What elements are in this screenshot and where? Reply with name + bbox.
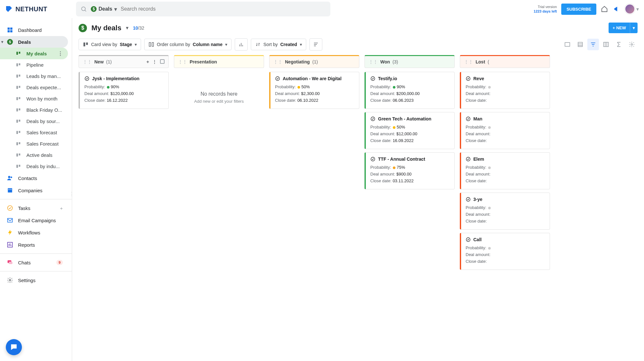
more-icon[interactable]: ⋮: [152, 59, 157, 64]
subscribe-button[interactable]: SUBSCRIBE: [561, 4, 596, 15]
gear-icon: [6, 277, 14, 283]
sort-direction[interactable]: [309, 38, 322, 51]
amount-value: $120,000.00: [110, 91, 134, 96]
deal-card[interactable]: Jysk - ImplementationProbability: 90%Dea…: [79, 72, 169, 109]
chevron-down-icon: ▾: [300, 42, 302, 47]
amount-field: Deal amount: $120,000.00: [84, 91, 164, 96]
deal-card[interactable]: Testify.ioProbability: 90%Deal amount: $…: [365, 72, 455, 109]
sidebar-view-item[interactable]: Active deals: [0, 149, 68, 161]
svg-point-70: [466, 157, 470, 161]
column-header[interactable]: ⋮⋮Negotiating (1): [269, 55, 359, 68]
nav-dashboard[interactable]: Dashboard: [0, 24, 68, 36]
chat-fab[interactable]: [6, 339, 22, 355]
deal-card[interactable]: ReveProbability: Deal amount: Close date…: [460, 72, 550, 109]
grip-icon[interactable]: ⋮⋮: [369, 59, 378, 64]
svg-rect-42: [83, 43, 85, 46]
trial-version-label: Trial version: [534, 5, 557, 9]
column-header[interactable]: ⋮⋮New (1)+⋮: [79, 55, 169, 68]
sidebar-view-item[interactable]: Pipeline: [0, 59, 68, 71]
chevron-down-icon[interactable]: ▾: [126, 25, 128, 31]
view-list-icon[interactable]: [574, 39, 586, 50]
order-column-selector[interactable]: Order column by Column name ▾: [144, 39, 232, 50]
svg-rect-30: [8, 188, 12, 192]
new-button-dropdown[interactable]: ▾: [630, 23, 638, 33]
nav-label: Contacts: [18, 176, 37, 181]
kanban-column: ⋮⋮New (1)+⋮Jysk - ImplementationProbabil…: [79, 55, 169, 356]
trial-info[interactable]: Trial version 1223 days left: [534, 5, 557, 14]
sidebar-view-item[interactable]: Black Friday O...: [0, 104, 68, 116]
deal-title: Automation - We are Digital: [283, 76, 342, 81]
checkbox-icon[interactable]: [160, 59, 165, 64]
deal-card[interactable]: CallProbability: Deal amount: Close date…: [460, 233, 550, 270]
count-total: /32: [138, 25, 144, 31]
column-header[interactable]: ⋮⋮Presentation: [174, 55, 264, 68]
check-circle-icon: [370, 76, 375, 81]
grip-icon[interactable]: ⋮⋮: [83, 59, 92, 64]
svg-rect-31: [9, 189, 9, 190]
svg-rect-5: [10, 30, 13, 33]
deal-card[interactable]: 3-yeProbability: Deal amount: Close date…: [460, 193, 550, 230]
columns-settings-icon[interactable]: [600, 39, 612, 50]
sort-value: Created: [280, 42, 297, 47]
sidebar-view-item[interactable]: Deals by indu...: [0, 161, 68, 172]
svg-rect-52: [565, 43, 570, 46]
search-input[interactable]: [121, 6, 326, 12]
sidebar-resize-handle[interactable]: ⋮: [71, 190, 72, 199]
deal-card[interactable]: ElemProbability: Deal amount: Close date…: [460, 152, 550, 189]
sort-icon: [255, 42, 261, 47]
deal-card[interactable]: ManProbability: Deal amount: Close date:: [460, 112, 550, 149]
nav-workflows[interactable]: Workflows: [0, 226, 68, 239]
new-button-main[interactable]: + NEW: [609, 23, 630, 33]
announce-icon[interactable]: [613, 5, 620, 13]
nav-deals[interactable]: ▾ $ Deals: [0, 36, 68, 48]
sidebar-view-item[interactable]: Won by month: [0, 93, 68, 104]
gear-icon[interactable]: [626, 39, 638, 50]
svg-rect-23: [19, 142, 20, 144]
deal-card[interactable]: TTF - Annual ContractProbability: 75%Dea…: [365, 152, 455, 189]
search-scope-selector[interactable]: $ Deals ▾: [91, 6, 117, 12]
add-icon[interactable]: +: [60, 205, 63, 211]
grip-icon[interactable]: ⋮⋮: [464, 59, 473, 64]
nav-settings[interactable]: Settings: [0, 274, 68, 286]
sidebar-view-item[interactable]: Sales Forecast: [0, 138, 68, 149]
new-record-button[interactable]: + NEW ▾: [609, 23, 638, 33]
card-view-selector[interactable]: Card view by Stage ▾: [79, 39, 141, 50]
probability-field: Probability:: [466, 125, 545, 129]
grip-icon[interactable]: ⋮⋮: [273, 59, 282, 64]
nav-label: Deals: [18, 39, 31, 45]
sidebar-view-item[interactable]: My deals⋮: [0, 48, 68, 59]
nav-tasks[interactable]: Tasks +: [0, 202, 68, 214]
column-header[interactable]: ⋮⋮Lost (: [460, 55, 550, 68]
nav-reports[interactable]: Reports: [0, 239, 68, 251]
deal-card[interactable]: Automation - We are DigitalProbability: …: [269, 72, 359, 109]
home-icon[interactable]: [601, 5, 608, 13]
view-card-icon[interactable]: [562, 39, 573, 50]
column-header[interactable]: ⋮⋮Won (3): [365, 55, 455, 68]
nav-companies[interactable]: Companies: [0, 184, 68, 196]
close-date-field: Close date:: [466, 98, 545, 103]
svg-point-66: [371, 117, 375, 121]
search-bar[interactable]: $ Deals ▾: [76, 2, 330, 16]
svg-rect-44: [149, 43, 151, 46]
add-icon[interactable]: +: [147, 59, 149, 64]
chart-toggle[interactable]: [235, 38, 248, 51]
svg-point-41: [9, 280, 11, 281]
nav-contacts[interactable]: Contacts: [0, 172, 68, 184]
nav-email-campaigns[interactable]: Email Campaigns: [0, 214, 68, 226]
brand-logo[interactable]: NETHUNT: [5, 5, 70, 13]
nav-chats[interactable]: Chats 9: [0, 256, 68, 269]
more-icon[interactable]: ⋮: [58, 51, 63, 56]
sidebar-view-item[interactable]: Deals by sour...: [0, 116, 68, 127]
deal-card[interactable]: Green Tech - AutomationProbability: 50%D…: [365, 112, 455, 149]
svg-rect-7: [19, 52, 20, 54]
sidebar-view-item[interactable]: Sales forecast: [0, 127, 68, 138]
sidebar-view-item[interactable]: Leads by man...: [0, 71, 68, 82]
deal-title: Green Tech - Automation: [378, 116, 431, 121]
sort-selector[interactable]: Sort by Created ▾: [251, 39, 306, 50]
filter-icon[interactable]: [587, 39, 599, 50]
amount-value: $2,300.00: [301, 91, 320, 96]
sigma-icon[interactable]: [613, 39, 625, 50]
user-menu[interactable]: ▾: [625, 4, 639, 14]
sidebar-view-item[interactable]: Deals expecte...: [0, 82, 68, 93]
grip-icon[interactable]: ⋮⋮: [178, 59, 187, 64]
